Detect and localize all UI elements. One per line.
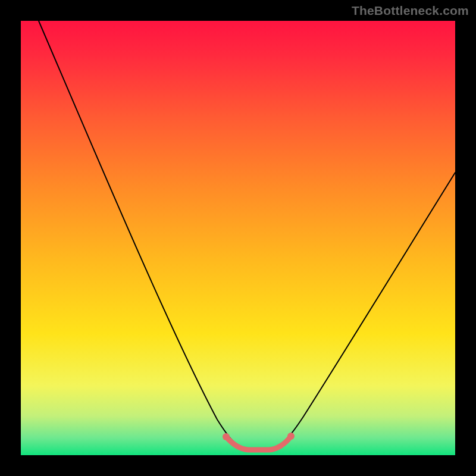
bottleneck-chart (21, 21, 455, 455)
watermark-text: TheBottleneck.com (352, 4, 469, 18)
marker-right-dot (287, 433, 295, 440)
marker-left-dot (223, 433, 230, 440)
chart-stage: TheBottleneck.com (0, 0, 476, 476)
gradient-background (21, 21, 455, 455)
